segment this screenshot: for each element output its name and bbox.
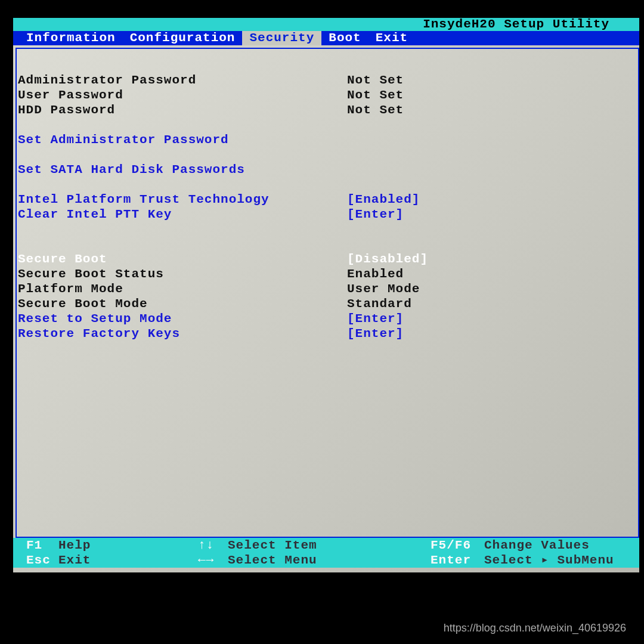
setting-row-platform-mode: Platform ModeUser Mode bbox=[17, 281, 638, 296]
bios-screen: InsydeH20 Setup Utility InformationConfi… bbox=[13, 18, 639, 572]
setting-label: HDD Password bbox=[17, 103, 347, 117]
spacer bbox=[17, 117, 638, 132]
setting-label: Restore Factory Keys bbox=[17, 326, 347, 341]
menu-bar[interactable]: InformationConfigurationSecurityBootExit bbox=[13, 31, 639, 45]
title-bar: InsydeH20 Setup Utility bbox=[13, 18, 639, 31]
setting-value: Not Set bbox=[347, 103, 638, 117]
menu-tab-configuration[interactable]: Configuration bbox=[123, 31, 243, 45]
setting-row-secure-boot-status: Secure Boot StatusEnabled bbox=[17, 267, 638, 281]
hint-label-help: Help bbox=[58, 538, 91, 553]
footer-row-1: F1Help ↑↓Select Item F5/F6Change Values bbox=[13, 538, 639, 553]
spacer bbox=[17, 222, 638, 237]
footer-row-2: EscExit ←→Select Menu EnterSelect ▸ SubM… bbox=[13, 553, 639, 568]
menu-tab-security[interactable]: Security bbox=[242, 31, 321, 45]
setting-label: Secure Boot Mode bbox=[17, 296, 347, 311]
setting-label: User Password bbox=[17, 88, 347, 103]
hint-key-f5f6: F5/F6 bbox=[431, 538, 484, 553]
hint-key-updown: ↑↓ bbox=[198, 538, 228, 553]
setting-label: Set SATA Hard Disk Passwords bbox=[17, 162, 347, 177]
setting-row-clear-intel-ptt-key[interactable]: Clear Intel PTT Key[Enter] bbox=[17, 207, 638, 222]
setting-value[interactable]: [Enabled] bbox=[347, 192, 638, 207]
setting-row-user-password: User PasswordNot Set bbox=[17, 88, 638, 103]
menu-tab-exit[interactable]: Exit bbox=[369, 31, 415, 45]
setting-value[interactable]: [Disabled] bbox=[347, 252, 638, 267]
setting-value: Not Set bbox=[347, 73, 638, 88]
setting-value[interactable]: [Enter] bbox=[347, 311, 638, 326]
hint-label-select-menu: Select Menu bbox=[228, 553, 317, 568]
setting-label: Platform Mode bbox=[17, 281, 347, 296]
watermark: https://blog.csdn.net/weixin_40619926 bbox=[444, 622, 626, 634]
menu-tab-boot[interactable]: Boot bbox=[321, 31, 368, 45]
setting-row-set-administrator-password[interactable]: Set Administrator Password bbox=[17, 132, 638, 147]
spacer bbox=[17, 177, 638, 192]
setting-row-secure-boot[interactable]: Secure Boot[Disabled] bbox=[17, 252, 638, 267]
hint-label-exit: Exit bbox=[58, 553, 91, 568]
setting-label: Set Administrator Password bbox=[17, 132, 347, 147]
setting-row-restore-factory-keys[interactable]: Restore Factory Keys[Enter] bbox=[17, 326, 638, 341]
setting-value: User Mode bbox=[347, 281, 638, 296]
setting-label: Clear Intel PTT Key bbox=[17, 207, 347, 222]
hint-label-submenu: Select ▸ SubMenu bbox=[484, 553, 614, 568]
setting-row-administrator-password: Administrator PasswordNot Set bbox=[17, 73, 638, 88]
setting-label: Secure Boot bbox=[17, 252, 347, 267]
setting-label: Reset to Setup Mode bbox=[17, 311, 347, 326]
setting-value: Enabled bbox=[347, 267, 638, 281]
setting-label: Secure Boot Status bbox=[17, 267, 347, 281]
setting-value: Standard bbox=[347, 296, 638, 311]
utility-title: InsydeH20 Setup Utility bbox=[423, 17, 609, 31]
setting-value[interactable] bbox=[347, 162, 638, 177]
spacer bbox=[17, 147, 638, 162]
hint-key-leftright: ←→ bbox=[198, 553, 228, 568]
content-panel: Administrator PasswordNot SetUser Passwo… bbox=[16, 48, 639, 538]
setting-row-set-sata-hard-disk-passwords[interactable]: Set SATA Hard Disk Passwords bbox=[17, 162, 638, 177]
menu-tab-information[interactable]: Information bbox=[19, 31, 123, 45]
setting-value: Not Set bbox=[347, 88, 638, 103]
setting-value[interactable] bbox=[347, 132, 638, 147]
setting-row-hdd-password: HDD PasswordNot Set bbox=[17, 103, 638, 117]
setting-row-intel-platform-trust-technology[interactable]: Intel Platform Trust Technology[Enabled] bbox=[17, 192, 638, 207]
hint-key-esc: Esc bbox=[13, 553, 58, 568]
hint-label-select-item: Select Item bbox=[228, 538, 317, 553]
setting-row-secure-boot-mode: Secure Boot ModeStandard bbox=[17, 296, 638, 311]
setting-row-reset-to-setup-mode[interactable]: Reset to Setup Mode[Enter] bbox=[17, 311, 638, 326]
hint-key-f1: F1 bbox=[13, 538, 58, 553]
setting-label: Intel Platform Trust Technology bbox=[17, 192, 347, 207]
setting-value[interactable]: [Enter] bbox=[347, 326, 638, 341]
spacer bbox=[17, 237, 638, 252]
footer-hints: F1Help ↑↓Select Item F5/F6Change Values … bbox=[13, 538, 639, 568]
hint-label-change-values: Change Values bbox=[484, 538, 590, 553]
hint-key-enter: Enter bbox=[431, 553, 484, 568]
setting-value[interactable]: [Enter] bbox=[347, 207, 638, 222]
setting-label: Administrator Password bbox=[17, 73, 347, 88]
